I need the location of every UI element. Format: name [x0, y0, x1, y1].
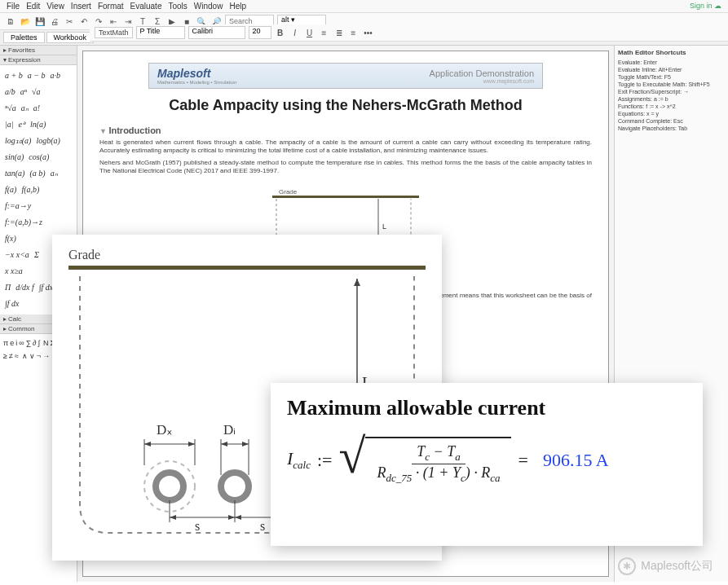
- tab-workbook[interactable]: Workbook: [46, 32, 94, 43]
- pal-an[interactable]: aₙ: [51, 167, 58, 180]
- tab-palettes[interactable]: Palettes: [3, 32, 45, 43]
- pal-fab[interactable]: f(a,b): [21, 183, 39, 196]
- palette-favorites-header[interactable]: ▸ Favorites: [0, 46, 77, 55]
- shortcut-line: Toggle Math/Text: F5: [618, 74, 725, 80]
- underline-icon[interactable]: U: [304, 27, 315, 38]
- menu-help[interactable]: Help: [229, 2, 246, 11]
- menu-file[interactable]: File: [7, 2, 20, 11]
- pal-tan[interactable]: tan(a): [5, 167, 24, 180]
- application-banner: MaplesoftMathematics • Modeling • Simula…: [148, 63, 543, 89]
- menu-insert[interactable]: Insert: [71, 2, 91, 11]
- maplesoft-logo: MaplesoftMathematics • Modeling • Simula…: [157, 67, 236, 85]
- svg-point-18: [156, 473, 183, 500]
- pal-fx[interactable]: f(x): [5, 232, 16, 245]
- intro-paragraph-1: Heat is generated when current flows thr…: [99, 139, 592, 156]
- banner-title: Application Demonstration: [430, 68, 534, 78]
- open-icon[interactable]: 📂: [20, 15, 31, 27]
- signin-link[interactable]: Sign in ☁: [690, 2, 721, 11]
- shortcut-line: Exit Fraction/Superscript: →: [618, 89, 725, 95]
- shortcut-line: Toggle to Executable Math: Shift+F5: [618, 81, 725, 87]
- pal-abs[interactable]: |a|: [5, 118, 14, 131]
- watermark: ✱ Maplesoft公司: [618, 557, 713, 575]
- pal-mul[interactable]: a·b: [51, 69, 61, 82]
- pal-prod[interactable]: Π: [5, 281, 11, 294]
- italic-icon[interactable]: I: [289, 27, 301, 38]
- align-right-icon[interactable]: ≡: [348, 27, 360, 38]
- dim-Di-label: Dᵢ: [223, 421, 236, 438]
- pal-sum[interactable]: Σ: [34, 249, 39, 262]
- grade-label: Grade: [68, 248, 426, 262]
- svg-marker-15: [354, 279, 360, 286]
- shortcut-line: Navigate Placeholders: Tab: [618, 125, 725, 131]
- menu-format[interactable]: Format: [98, 2, 124, 11]
- menu-window[interactable]: Window: [194, 2, 223, 11]
- menu-view[interactable]: View: [46, 2, 64, 11]
- paragraph-style[interactable]: P Title: [136, 26, 185, 39]
- svg-text:Grade: Grade: [279, 188, 298, 196]
- pal-sqrt[interactable]: √a: [32, 86, 41, 99]
- equation-body: Icalc := √ Tc − Ta Rdc_75 · (1 + Yc) · R…: [287, 437, 686, 484]
- svg-marker-37: [235, 515, 241, 520]
- pal-cos[interactable]: cos(a): [29, 151, 49, 164]
- svg-text:L: L: [382, 222, 386, 231]
- menu-evaluate[interactable]: Evaluate: [130, 2, 162, 11]
- shortcut-line: Evaluate Inline: Alt+Enter: [618, 67, 725, 73]
- wechat-icon: ✱: [618, 557, 636, 575]
- bold-icon[interactable]: B: [275, 27, 286, 38]
- pal-fdef2[interactable]: f:=(a,b)→z: [5, 216, 42, 229]
- svg-marker-35: [170, 515, 176, 520]
- pal-sub[interactable]: a − b: [28, 69, 46, 82]
- new-icon[interactable]: 🗎: [5, 15, 16, 27]
- shortcut-line: Evaluate: Enter: [618, 59, 725, 65]
- pal-pow[interactable]: aⁿ: [20, 86, 27, 99]
- bullets-icon[interactable]: •••: [363, 27, 374, 38]
- pal-fdef1[interactable]: f:=a→y: [5, 200, 31, 213]
- cut-icon[interactable]: ✂: [64, 15, 75, 27]
- toolbar-format: TextMath P Title Calibri 20 B I U ≡ ≣ ≡ …: [90, 24, 728, 42]
- font-size[interactable]: 20: [249, 26, 271, 39]
- svg-marker-28: [221, 442, 227, 446]
- pal-frac[interactable]: a/b: [5, 86, 15, 99]
- pal-logb[interactable]: logb(a): [36, 134, 60, 147]
- equation-zoom-panel: Maximum allowable current Icalc := √ Tc …: [271, 383, 703, 546]
- section-intro-header[interactable]: Introduction: [99, 125, 592, 135]
- align-left-icon[interactable]: ≡: [319, 27, 330, 38]
- pal-int2[interactable]: ∫f dx: [5, 297, 19, 310]
- shortcuts-title: Math Editor Shortcuts: [618, 49, 725, 56]
- svg-marker-23: [144, 442, 151, 446]
- palette-expression-header[interactable]: ▾ Expression: [0, 55, 77, 65]
- document-title: Cable Ampacity using the Nehers-McGrath …: [99, 97, 592, 114]
- align-center-icon[interactable]: ≣: [333, 27, 345, 38]
- pal-fact[interactable]: a!: [33, 102, 40, 115]
- watermark-text: Maplesoft公司: [641, 559, 713, 574]
- shortcut-line: Command Complete: Esc: [618, 118, 725, 124]
- save-icon[interactable]: 💾: [34, 15, 46, 27]
- mode-toggle[interactable]: TextMath: [95, 27, 133, 38]
- font-select[interactable]: Calibri: [188, 26, 245, 39]
- pal-sub-n[interactable]: aₙ: [21, 102, 29, 115]
- pal-log10[interactable]: log₁₀(a): [5, 134, 31, 147]
- pal-binom[interactable]: (a b): [29, 167, 45, 180]
- dim-s1-label: s: [195, 519, 200, 534]
- pal-exp[interactable]: eᵃ: [19, 118, 25, 131]
- pal-sin[interactable]: sin(a): [5, 151, 24, 164]
- pal-piece2[interactable]: x x≥a: [5, 265, 23, 278]
- menu-edit[interactable]: Edit: [26, 2, 40, 11]
- undo-icon[interactable]: ↶: [78, 15, 90, 27]
- shortcut-line: Equations: x = y: [618, 111, 725, 117]
- pal-deriv[interactable]: d/dx f: [15, 281, 34, 294]
- pal-piece1[interactable]: −x x<a: [5, 249, 29, 262]
- menu-tools[interactable]: Tools: [168, 2, 187, 11]
- pal-fa[interactable]: f(a): [5, 183, 16, 196]
- shortcut-line: Functions: f := x -> x^2: [618, 103, 725, 109]
- pal-ln[interactable]: ln(a): [30, 118, 46, 131]
- svg-rect-1: [272, 196, 419, 198]
- print-icon[interactable]: 🖨: [49, 15, 60, 27]
- menu-bar: File Edit View Insert Format Evaluate To…: [0, 0, 728, 13]
- dim-Dx-label: Dₓ: [157, 421, 173, 438]
- svg-marker-29: [242, 442, 249, 446]
- ground-line: [68, 266, 426, 270]
- pal-nroot[interactable]: ⁿ√a: [5, 102, 16, 115]
- pal-add[interactable]: a + b: [5, 69, 23, 82]
- pal-int1[interactable]: ∫f dx: [39, 281, 53, 294]
